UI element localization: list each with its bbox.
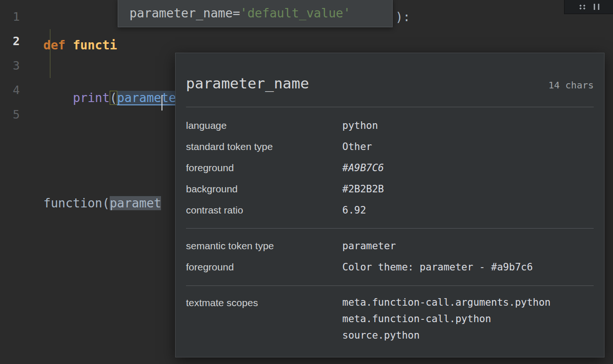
- occurrence-highlight[interactable]: paramet: [110, 196, 161, 210]
- editor-gutter: 1 2 3 4 5: [0, 5, 20, 127]
- line-number-1[interactable]: 1: [0, 5, 20, 29]
- hint-parameter-text: parameter_name=: [129, 6, 240, 20]
- char-count-badge: 14 chars: [548, 79, 594, 91]
- pause-icon[interactable]: [594, 4, 599, 10]
- keyword-def-token[interactable]: def: [43, 38, 73, 52]
- line-1-trailer-text: ):: [395, 5, 410, 29]
- popup-title: parameter_name: [186, 75, 309, 92]
- function-name-token[interactable]: functi: [73, 38, 117, 52]
- info-row-contrast-ratio: contrast ratio 6.92: [186, 199, 594, 221]
- line-number-3[interactable]: 3: [0, 54, 20, 78]
- info-row-standard-token-type: standard token type Other: [186, 136, 594, 157]
- divider: [186, 285, 594, 286]
- floating-toolbar: [564, 0, 613, 14]
- info-row-background: background #2B2B2B: [186, 178, 594, 199]
- row-value: python: [342, 120, 378, 131]
- row-label: language: [186, 120, 342, 131]
- divider: [186, 228, 594, 229]
- info-row-semantic-foreground: foreground Color theme: parameter - #a9b…: [186, 256, 594, 277]
- textmate-scope-line: meta.function-call.python: [342, 311, 551, 327]
- row-label: foreground: [186, 162, 342, 174]
- row-label: background: [186, 183, 342, 195]
- code-editor[interactable]: 1 2 3 4 5 def functi print(parameter_nam…: [0, 0, 613, 364]
- row-label: foreground: [186, 261, 342, 273]
- info-row-foreground: foreground #A9B7C6: [186, 157, 594, 178]
- row-label: textmate scopes: [186, 294, 342, 311]
- textmate-scope-list: meta.function-call.arguments.python meta…: [342, 294, 551, 344]
- popup-title-row: parameter_name 14 chars: [186, 53, 594, 92]
- function-call-text[interactable]: function(: [43, 196, 110, 210]
- textmate-scope-line: source.python: [342, 327, 551, 344]
- drag-handle-icon[interactable]: [579, 4, 586, 9]
- info-row-language: language python: [186, 115, 594, 136]
- token-info-rows: language python standard token type Othe…: [186, 115, 594, 221]
- line-number-5[interactable]: 5: [0, 103, 20, 127]
- parameter-hint-tooltip: parameter_name='default_value': [118, 0, 393, 27]
- row-value: #2B2B2B: [342, 183, 384, 195]
- textmate-scope-line: meta.function-call.arguments.python: [342, 294, 551, 311]
- indent-spaces: [43, 91, 73, 105]
- hint-default-value-text: 'default_value': [240, 6, 351, 20]
- print-builtin-token[interactable]: print: [73, 91, 110, 105]
- line-number-2-active[interactable]: 2: [0, 29, 20, 54]
- row-value: #A9B7C6: [342, 162, 384, 174]
- row-value: Other: [342, 141, 372, 152]
- row-label: standard token type: [186, 141, 342, 152]
- row-value: parameter: [342, 240, 396, 252]
- textmate-scopes-row: textmate scopes meta.function-call.argum…: [186, 294, 594, 344]
- row-value: 6.92: [342, 205, 366, 216]
- token-inspector-popup: parameter_name 14 chars language python …: [175, 53, 605, 357]
- info-row-semantic-token-type: semantic token type parameter: [186, 235, 594, 256]
- open-paren-bracket-match[interactable]: (: [110, 91, 117, 105]
- text-caret: [161, 95, 162, 111]
- row-label: semantic token type: [186, 240, 342, 252]
- row-value: Color theme: parameter - #a9b7c6: [342, 261, 533, 273]
- row-label: contrast ratio: [186, 205, 342, 216]
- line-number-4[interactable]: 4: [0, 78, 20, 103]
- divider: [186, 107, 594, 107]
- semantic-token-rows: semantic token type parameter foreground…: [186, 235, 594, 277]
